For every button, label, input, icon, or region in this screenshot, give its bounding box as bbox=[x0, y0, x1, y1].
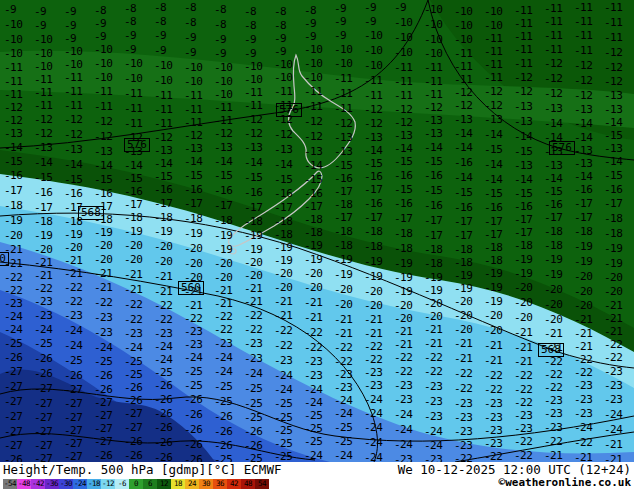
temp-value: -10 bbox=[124, 58, 142, 69]
temp-value: -20 bbox=[544, 314, 562, 325]
temp-value: -19 bbox=[214, 244, 232, 255]
temp-value: -16 bbox=[394, 198, 412, 209]
temp-value: -24 bbox=[364, 408, 382, 419]
temp-value: -20 bbox=[544, 299, 562, 310]
temp-value: -24 bbox=[4, 324, 22, 335]
temp-value: -20 bbox=[154, 256, 172, 267]
temp-value: -26 bbox=[94, 384, 112, 395]
temp-value: -9 bbox=[334, 3, 346, 14]
temp-value: -20 bbox=[454, 296, 472, 307]
temp-value: -27 bbox=[64, 451, 82, 462]
temp-value: -18 bbox=[394, 228, 412, 239]
temp-value: -12 bbox=[424, 102, 442, 113]
temp-value: -22 bbox=[394, 366, 412, 377]
temp-value: -21 bbox=[424, 324, 442, 335]
temp-value: -27 bbox=[64, 412, 82, 423]
temp-value: -24 bbox=[124, 342, 142, 353]
temp-value: -18 bbox=[544, 226, 562, 237]
contour-label-576: 576 bbox=[276, 103, 302, 117]
temp-value: -13 bbox=[604, 90, 622, 101]
temp-value: -11 bbox=[454, 48, 472, 59]
temp-value: -24 bbox=[424, 440, 442, 451]
temp-value: -21 bbox=[394, 339, 412, 350]
temp-value: -21 bbox=[544, 328, 562, 339]
temp-value: -27 bbox=[34, 426, 52, 437]
temp-value: -9 bbox=[394, 2, 406, 13]
temp-value: -23 bbox=[364, 380, 382, 391]
temp-value: -11 bbox=[64, 72, 82, 83]
temp-value: -17 bbox=[454, 216, 472, 227]
temp-value: -10 bbox=[304, 44, 322, 55]
temp-value: -21 bbox=[604, 326, 622, 337]
temp-value: -20 bbox=[394, 313, 412, 324]
temp-value: -10 bbox=[154, 60, 172, 71]
temp-value: -19 bbox=[154, 226, 172, 237]
temp-value: -21 bbox=[214, 298, 232, 309]
temp-value: -19 bbox=[514, 268, 532, 279]
temp-value: -8 bbox=[274, 6, 286, 17]
temp-value: -21 bbox=[364, 314, 382, 325]
temp-value: -17 bbox=[514, 214, 532, 225]
temp-value: -12 bbox=[94, 131, 112, 142]
temp-value: -14 bbox=[604, 117, 622, 128]
colorbar-segment: 54 bbox=[255, 479, 269, 489]
temp-value: -22 bbox=[484, 370, 502, 381]
temp-value: -12 bbox=[574, 75, 592, 86]
temp-value: -15 bbox=[34, 172, 52, 183]
temp-value: -20 bbox=[574, 286, 592, 297]
temp-value: -26 bbox=[124, 450, 142, 461]
temp-value: -13 bbox=[364, 132, 382, 143]
temp-value: -14 bbox=[484, 129, 502, 140]
temp-value: -13 bbox=[394, 130, 412, 141]
temp-value: -10 bbox=[34, 34, 52, 45]
temp-value: -11 bbox=[604, 32, 622, 43]
temp-value: -25 bbox=[274, 438, 292, 449]
temp-value: -24 bbox=[364, 437, 382, 448]
temp-value: -26 bbox=[34, 368, 52, 379]
temp-value: -23 bbox=[574, 394, 592, 405]
temp-value: -13 bbox=[334, 132, 352, 143]
temp-value: -26 bbox=[154, 422, 172, 433]
temp-value: -9 bbox=[244, 48, 256, 59]
temp-value: -23 bbox=[424, 381, 442, 392]
temp-value: -10 bbox=[334, 44, 352, 55]
temp-value: -26 bbox=[214, 426, 232, 437]
temp-value: -13 bbox=[574, 104, 592, 115]
temp-value: -26 bbox=[154, 380, 172, 391]
temp-value: -16 bbox=[124, 186, 142, 197]
temp-value: -10 bbox=[94, 58, 112, 69]
temp-value: -25 bbox=[34, 338, 52, 349]
temp-value: -25 bbox=[274, 451, 292, 462]
temp-value: -8 bbox=[274, 20, 286, 31]
colorbar-segment: -6 bbox=[115, 479, 129, 489]
temp-value: -14 bbox=[184, 156, 202, 167]
temp-value: -20 bbox=[94, 240, 112, 251]
temp-value: -18 bbox=[154, 212, 172, 223]
temp-value: -12 bbox=[604, 76, 622, 87]
temp-value: -22 bbox=[304, 327, 322, 338]
temp-value: -24 bbox=[214, 352, 232, 363]
temp-value: -16 bbox=[484, 202, 502, 213]
temp-value: -21 bbox=[604, 313, 622, 324]
temp-value: -16 bbox=[274, 188, 292, 199]
temp-value: -9 bbox=[214, 48, 226, 59]
temp-value: -11 bbox=[304, 101, 322, 112]
temp-value: -22 bbox=[514, 370, 532, 381]
temp-value: -19 bbox=[604, 243, 622, 254]
temp-value: -23 bbox=[424, 411, 442, 422]
temp-value: -26 bbox=[184, 409, 202, 420]
temp-value: -9 bbox=[154, 30, 166, 41]
temp-value: -14 bbox=[124, 160, 142, 171]
temp-value: -21 bbox=[34, 257, 52, 268]
temp-value: -24 bbox=[574, 422, 592, 433]
temp-value: -19 bbox=[244, 230, 262, 241]
temp-value: -12 bbox=[4, 115, 22, 126]
temp-value: -10 bbox=[454, 20, 472, 31]
temp-value: -23 bbox=[604, 366, 622, 377]
temp-value: -20 bbox=[94, 254, 112, 265]
contour-label-568: 568 bbox=[78, 206, 104, 220]
temp-value: -19 bbox=[334, 269, 352, 280]
temp-value: -14 bbox=[514, 131, 532, 142]
temp-value: -19 bbox=[544, 269, 562, 280]
temp-value: -9 bbox=[154, 45, 166, 56]
